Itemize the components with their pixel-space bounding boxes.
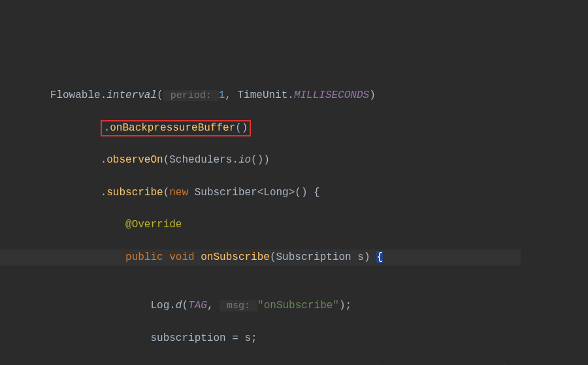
code-line: .onBackpressureBuffer() (0, 120, 521, 136)
method-onBackpressureBuffer: onBackpressureBuffer (110, 122, 235, 134)
code-line: .subscribe(new Subscriber<Long>() { (0, 185, 521, 201)
code-line: Log.d(TAG, msg: "onSubscribe"); (0, 298, 521, 314)
code-line: .observeOn(Schedulers.io()) (0, 152, 521, 168)
method-onSubscribe: onSubscribe (201, 251, 270, 263)
code-line-active: public void onSubscribe(Subscription s) … (0, 249, 521, 266)
param-hint: msg: (220, 300, 257, 311)
code-line: Flowable.interval( period: 1, TimeUnit.M… (0, 87, 521, 104)
method-interval: interval (106, 89, 157, 101)
code-line: subscription = s; (0, 330, 521, 347)
code-line (0, 266, 521, 282)
code-line: s.request(Long.MAX_VALUE); //默认可以接收Long.… (0, 363, 521, 365)
param-hint: period: (163, 90, 219, 101)
code-editor[interactable]: Flowable.interval( period: 1, TimeUnit.M… (0, 71, 521, 365)
cursor-position: { (376, 251, 383, 263)
highlighted-box: .onBackpressureBuffer() (101, 120, 252, 137)
annotation-override: @Override (125, 219, 182, 230)
class-name: Flowable (50, 89, 101, 101)
code-line: @Override (0, 217, 521, 233)
